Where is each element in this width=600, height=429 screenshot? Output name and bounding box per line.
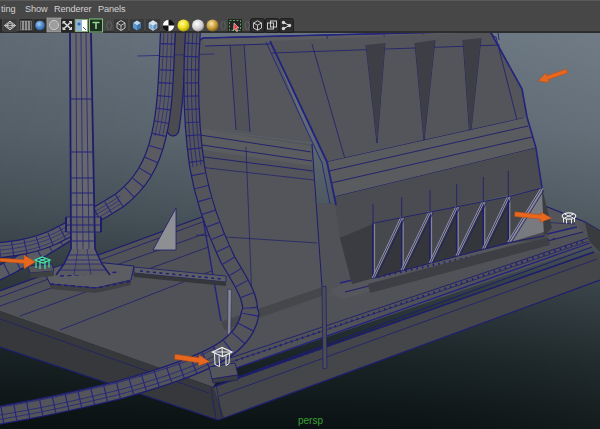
svg-text:persp: persp bbox=[298, 415, 323, 426]
svg-text:Show: Show bbox=[25, 4, 48, 14]
svg-text:Panels: Panels bbox=[98, 4, 126, 14]
svg-text:Renderer: Renderer bbox=[54, 4, 92, 14]
svg-text:ting: ting bbox=[1, 4, 15, 14]
